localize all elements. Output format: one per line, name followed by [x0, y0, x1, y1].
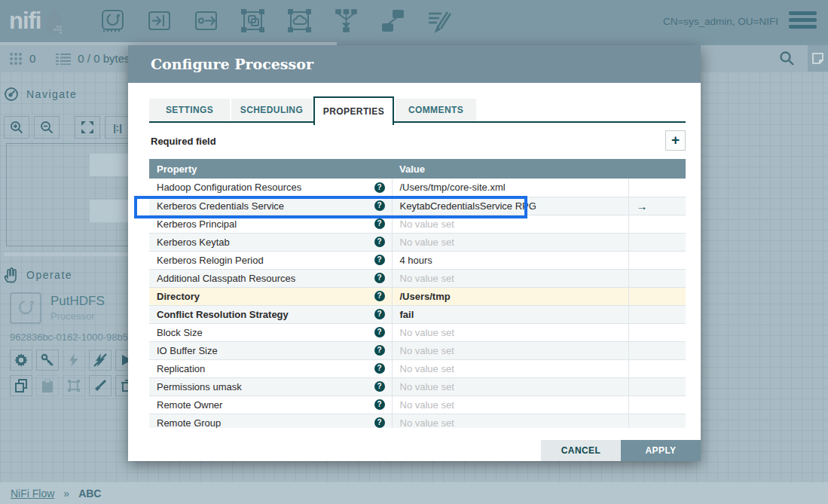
property-row[interactable]: Conflict Resolution Strategy?fail: [149, 305, 686, 323]
label-icon[interactable]: [427, 8, 452, 33]
help-icon[interactable]: ?: [374, 255, 385, 265]
help-icon[interactable]: ?: [374, 399, 385, 410]
zoom-fit-button[interactable]: [75, 116, 100, 139]
help-icon[interactable]: ?: [374, 182, 385, 193]
help-icon[interactable]: ?: [374, 327, 385, 338]
breadcrumb: NiFi Flow » ABC: [0, 482, 828, 504]
apply-button[interactable]: APPLY: [621, 440, 701, 461]
property-row[interactable]: Kerberos Relogin Period?4 hours: [149, 251, 686, 269]
panel-resize-handle[interactable]: [4, 252, 128, 256]
nifi-logo: nifi: [9, 6, 67, 36]
paste-button[interactable]: [36, 375, 59, 396]
group-button[interactable]: [63, 375, 85, 396]
property-row[interactable]: Directory?/Users/tmp: [149, 287, 686, 305]
nifi-droplet-icon: [41, 6, 67, 36]
property-row[interactable]: Hadoop Configuration Resources?/Users/tm…: [149, 179, 686, 197]
help-icon[interactable]: ?: [374, 273, 385, 283]
active-threads-count: 0: [29, 52, 35, 65]
tab-comments[interactable]: COMMENTS: [396, 99, 476, 121]
property-value[interactable]: No value set: [392, 215, 628, 233]
actual-size-icon: |:|: [113, 122, 122, 133]
lightning-icon: [69, 353, 79, 367]
hand-icon: [4, 267, 19, 283]
help-icon[interactable]: ?: [374, 218, 385, 229]
copy-button[interactable]: [10, 375, 32, 396]
help-icon[interactable]: ?: [374, 381, 385, 392]
zoom-out-button[interactable]: [34, 116, 60, 139]
property-value[interactable]: fail: [392, 305, 628, 323]
remote-process-group-icon[interactable]: [287, 8, 312, 33]
access-policies-button[interactable]: [36, 350, 59, 371]
row-extra-cell: [628, 251, 686, 269]
property-name: Remote Owner: [157, 399, 222, 411]
property-row[interactable]: Block Size?No value set: [149, 323, 686, 341]
row-extra-cell: [628, 323, 686, 341]
configure-button[interactable]: [10, 350, 32, 371]
color-button[interactable]: [89, 375, 112, 396]
property-value[interactable]: No value set: [392, 377, 628, 396]
breadcrumb-current: ABC: [78, 487, 101, 499]
help-icon[interactable]: ?: [374, 200, 385, 211]
goto-service-arrow-icon[interactable]: →: [637, 200, 648, 212]
property-name: Directory: [157, 291, 200, 302]
property-row[interactable]: Kerberos Keytab?No value set: [149, 233, 686, 251]
disable-button[interactable]: [89, 350, 112, 371]
property-value[interactable]: No value set: [392, 269, 628, 287]
actual-size-button[interactable]: |:|: [105, 116, 130, 139]
cancel-button[interactable]: CANCEL: [541, 440, 621, 461]
help-icon[interactable]: ?: [374, 309, 385, 319]
queued-icon: [56, 53, 71, 65]
tab-scheduling[interactable]: SCHEDULING: [231, 99, 312, 121]
help-icon[interactable]: ?: [374, 363, 385, 374]
property-row[interactable]: Additional Classpath Resources?No value …: [149, 269, 686, 287]
property-value[interactable]: /Users/tmp: [392, 287, 628, 305]
property-value[interactable]: No value set: [392, 396, 628, 414]
property-value[interactable]: No value set: [392, 233, 628, 251]
row-extra-cell: [628, 215, 686, 233]
compass-icon: [4, 87, 19, 102]
process-group-icon[interactable]: [240, 8, 265, 33]
property-row[interactable]: IO Buffer Size?No value set: [149, 341, 686, 359]
brush-icon: [93, 379, 107, 393]
enable-button[interactable]: [63, 350, 85, 371]
property-value[interactable]: KeytabCredentialsService RPG: [392, 197, 628, 215]
input-port-icon[interactable]: [147, 8, 172, 33]
property-value[interactable]: No value set: [392, 323, 628, 341]
copy-icon: [14, 379, 28, 393]
add-property-button[interactable]: +: [665, 130, 686, 151]
search-icon[interactable]: [779, 50, 795, 66]
help-icon[interactable]: ?: [374, 291, 385, 301]
property-name: Kerberos Principal: [157, 218, 237, 230]
property-value[interactable]: No value set: [392, 341, 628, 359]
property-row[interactable]: Replication?No value set: [149, 359, 686, 377]
property-row[interactable]: Permissions umask?No value set: [149, 377, 686, 396]
output-port-icon[interactable]: [194, 8, 218, 33]
property-row[interactable]: Kerberos Principal?No value set: [149, 215, 686, 233]
help-icon[interactable]: ?: [374, 417, 385, 428]
property-name: Kerberos Credentials Service: [157, 200, 284, 212]
row-extra-cell: [628, 377, 686, 396]
property-value[interactable]: No value set: [392, 359, 628, 377]
selected-component-name: PutHDFS: [50, 294, 105, 309]
property-value[interactable]: /Users/tmp/core-site.xml: [392, 179, 628, 197]
required-field-label: Required field: [151, 136, 216, 147]
property-name: Additional Classpath Resources: [157, 273, 295, 284]
tab-properties[interactable]: PROPERTIES: [313, 96, 394, 125]
group-icon: [67, 379, 81, 393]
bulletin-board-button[interactable]: [808, 45, 828, 72]
tab-settings[interactable]: SETTINGS: [149, 99, 230, 121]
breadcrumb-root-link[interactable]: NiFi Flow: [11, 487, 54, 499]
property-value[interactable]: No value set: [392, 414, 628, 428]
property-value[interactable]: 4 hours: [392, 251, 628, 269]
menu-hamburger-icon[interactable]: [789, 11, 817, 29]
processor-icon[interactable]: [100, 8, 125, 33]
template-icon[interactable]: [380, 8, 405, 33]
help-icon[interactable]: ?: [374, 237, 385, 247]
help-icon[interactable]: ?: [374, 345, 385, 356]
property-row[interactable]: Remote Group?No value set: [149, 414, 686, 428]
property-row[interactable]: Kerberos Credentials Service?KeytabCrede…: [149, 197, 686, 215]
zoom-in-button[interactable]: [4, 116, 29, 139]
property-row[interactable]: Remote Owner?No value set: [149, 396, 686, 414]
row-extra-cell: [628, 233, 686, 251]
funnel-icon[interactable]: [334, 8, 359, 33]
